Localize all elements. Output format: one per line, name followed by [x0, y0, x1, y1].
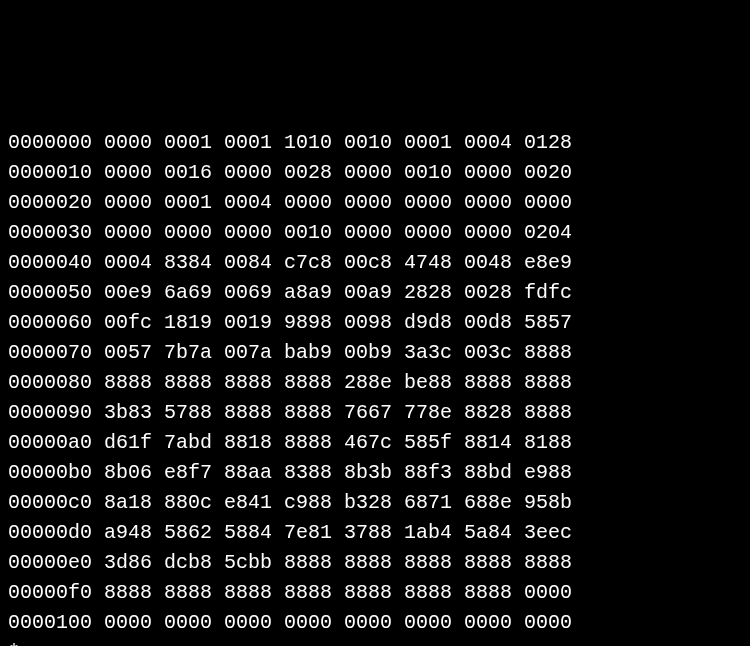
hex-line: *	[8, 638, 742, 646]
hex-line: 00000e0 3d86 dcb8 5cbb 8888 8888 8888 88…	[8, 548, 742, 578]
hex-line: 0000100 0000 0000 0000 0000 0000 0000 00…	[8, 608, 742, 638]
hex-line: 0000080 8888 8888 8888 8888 288e be88 88…	[8, 368, 742, 398]
hex-line: 00000d0 a948 5862 5884 7e81 3788 1ab4 5a…	[8, 518, 742, 548]
hex-line: 0000000 0000 0001 0001 1010 0010 0001 00…	[8, 128, 742, 158]
hex-line: 00000a0 d61f 7abd 8818 8888 467c 585f 88…	[8, 428, 742, 458]
hex-line: 0000020 0000 0001 0004 0000 0000 0000 00…	[8, 188, 742, 218]
hex-line: 0000090 3b83 5788 8888 8888 7667 778e 88…	[8, 398, 742, 428]
hex-line: 0000010 0000 0016 0000 0028 0000 0010 00…	[8, 158, 742, 188]
hex-line: 00000c0 8a18 880c e841 c988 b328 6871 68…	[8, 488, 742, 518]
hex-line: 00000f0 8888 8888 8888 8888 8888 8888 88…	[8, 578, 742, 608]
hex-line: 00000b0 8b06 e8f7 88aa 8388 8b3b 88f3 88…	[8, 458, 742, 488]
hex-line: 0000060 00fc 1819 0019 9898 0098 d9d8 00…	[8, 308, 742, 338]
hex-line: 0000030 0000 0000 0000 0010 0000 0000 00…	[8, 218, 742, 248]
hex-line: 0000040 0004 8384 0084 c7c8 00c8 4748 00…	[8, 248, 742, 278]
hexdump-output: 0000000 0000 0001 0001 1010 0010 0001 00…	[8, 128, 742, 646]
hex-line: 0000070 0057 7b7a 007a bab9 00b9 3a3c 00…	[8, 338, 742, 368]
hex-line: 0000050 00e9 6a69 0069 a8a9 00a9 2828 00…	[8, 278, 742, 308]
